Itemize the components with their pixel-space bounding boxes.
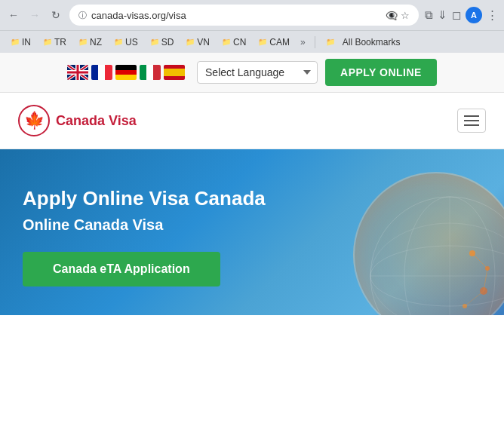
bookmark-in-label: IN <box>22 37 31 47</box>
bookmark-tr-label: TR <box>54 37 66 47</box>
back-button[interactable]: ← <box>6 8 21 23</box>
bookmark-nz[interactable]: 📁 NZ <box>74 35 106 49</box>
site-header: 🍁 Canada Visa <box>0 93 504 149</box>
folder-icon: 📁 <box>150 38 159 46</box>
bookmark-cam-label: CAM <box>269 37 290 47</box>
folder-icon: 📁 <box>186 38 195 46</box>
bookmarks-bar: 📁 IN 📁 TR 📁 NZ 📁 US 📁 SD 📁 VN 📁 CN 📁 <box>0 30 504 53</box>
flag-es[interactable] <box>164 65 185 80</box>
folder-icon: 📁 <box>114 38 123 46</box>
bookmark-sd-label: SD <box>161 37 174 47</box>
bookmark-vn-label: VN <box>197 37 210 47</box>
folder-icon: 📁 <box>258 38 267 46</box>
logo: 🍁 Canada Visa <box>18 105 137 136</box>
page-content: Select Language English French German It… <box>0 53 504 432</box>
bookmark-tr[interactable]: 📁 TR <box>38 35 71 49</box>
apply-online-button[interactable]: APPLY ONLINE <box>325 59 437 86</box>
folder-icon: 📁 <box>222 38 231 46</box>
all-bookmarks-link[interactable]: All Bookmarks <box>343 37 401 47</box>
bookmarks-divider <box>315 36 315 48</box>
bookmark-cn-label: CN <box>233 37 246 47</box>
url-text: canada-visas.org/visa <box>91 10 381 21</box>
bookmark-in[interactable]: 📁 IN <box>6 35 35 49</box>
hamburger-line-3 <box>464 124 479 126</box>
bookmark-us-label: US <box>125 37 138 47</box>
flag-it[interactable] <box>140 65 161 80</box>
browser-topbar: ← → ↻ ⓘ canada-visas.org/visa 👁‍🗨 ☆ ⧉ ⇓ … <box>0 0 504 30</box>
flag-de[interactable] <box>115 65 137 80</box>
globe-decoration <box>353 172 504 315</box>
more-bookmarks-button[interactable]: » <box>297 35 309 49</box>
globe-lines <box>367 193 504 315</box>
svg-line-11 <box>472 253 487 268</box>
language-flags <box>67 65 185 80</box>
bookmark-us[interactable]: 📁 US <box>109 35 143 49</box>
bookmark-vn[interactable]: 📁 VN <box>181 35 214 49</box>
hero-title: Apply Online Visa Canada <box>23 187 266 210</box>
bookmark-sd[interactable]: 📁 SD <box>146 35 179 49</box>
chrome-toolbar-icons: ⧉ ⇓ ◻ A ⋮ <box>425 7 498 23</box>
folder-icon: 📁 <box>326 38 335 46</box>
logo-circle: 🍁 <box>18 105 50 136</box>
hero-subtitle: Online Canada Visa <box>23 216 163 234</box>
svg-point-4 <box>370 223 504 315</box>
hamburger-line-2 <box>464 120 479 121</box>
avatar[interactable]: A <box>466 7 482 23</box>
bookmark-cn[interactable]: 📁 CN <box>217 35 250 49</box>
extensions-icon[interactable]: ⧉ <box>425 8 433 22</box>
forward-button[interactable]: → <box>27 8 42 23</box>
hero-section: Apply Online Visa Canada Online Canada V… <box>0 149 504 315</box>
address-bar[interactable]: ⓘ canada-visas.org/visa 👁‍🗨 ☆ <box>69 5 419 26</box>
folder-icon: 📁 <box>11 38 20 46</box>
browser-chrome: ← → ↻ ⓘ canada-visas.org/visa 👁‍🗨 ☆ ⧉ ⇓ … <box>0 0 504 53</box>
bookmark-cam[interactable]: 📁 CAM <box>254 35 294 49</box>
bookmark-folder-icon[interactable]: 📁 <box>321 36 340 47</box>
address-bar-icons: 👁‍🗨 ☆ <box>386 10 410 21</box>
hamburger-menu[interactable] <box>457 109 486 133</box>
eta-application-button[interactable]: Canada eTA Application <box>23 252 220 286</box>
flag-fr[interactable] <box>91 65 112 80</box>
menu-icon[interactable]: ⋮ <box>487 8 498 22</box>
hamburger-line-1 <box>464 115 479 117</box>
top-strip: Select Language English French German It… <box>0 53 504 93</box>
download-icon[interactable]: ⇓ <box>438 8 447 22</box>
profile-icon[interactable]: ◻ <box>452 8 461 22</box>
folder-icon: 📁 <box>43 38 52 46</box>
star-icon[interactable]: ☆ <box>401 10 410 21</box>
bookmark-nz-label: NZ <box>90 37 102 47</box>
url-icon: ⓘ <box>78 10 87 21</box>
language-select[interactable]: Select Language English French German It… <box>197 61 318 84</box>
reload-button[interactable]: ↻ <box>48 8 63 23</box>
flag-uk[interactable] <box>67 65 88 80</box>
logo-text: Canada Visa <box>56 113 137 129</box>
svg-line-12 <box>484 268 487 291</box>
maple-leaf-icon: 🍁 <box>24 111 45 130</box>
folder-icon: 📁 <box>78 38 88 46</box>
eye-slash-icon: 👁‍🗨 <box>386 10 398 21</box>
language-selector-wrap: Select Language English French German It… <box>197 59 437 86</box>
